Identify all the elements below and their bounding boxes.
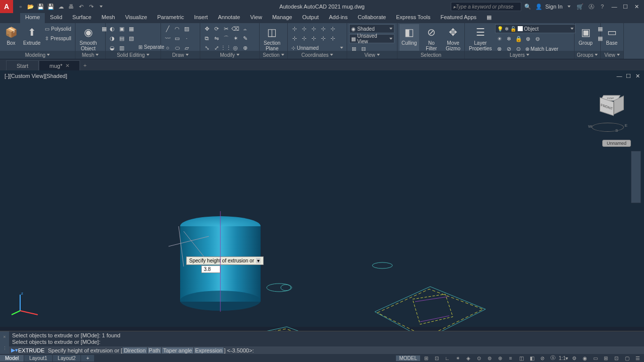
align-icon[interactable]: ⫠ <box>240 24 250 33</box>
file-tab-current[interactable]: mug*✕ <box>39 60 80 70</box>
status-ortho-icon[interactable]: ∟ <box>443 354 452 361</box>
modify-icon[interactable]: ✎ <box>240 34 250 43</box>
web-icon[interactable]: ☁ <box>56 2 65 11</box>
nav-orbit-icon[interactable] <box>632 183 639 192</box>
file-tab-start[interactable]: Start <box>6 60 39 70</box>
vp-maximize-icon[interactable]: ☐ <box>625 72 632 79</box>
status-osnap-icon[interactable]: ⊙ <box>474 354 484 361</box>
cmd-close-icon[interactable]: × <box>3 334 6 339</box>
saveas-icon[interactable]: 💾 <box>46 2 55 11</box>
search-icon[interactable]: 🔍 <box>523 2 532 11</box>
cmd-arrow-icon[interactable]: ▶ <box>11 347 15 353</box>
status-polar-icon[interactable]: ✶ <box>453 354 462 361</box>
ucs7-icon[interactable]: ⊹ <box>299 34 308 43</box>
status-snap-icon[interactable]: ⊡ <box>432 354 441 361</box>
open-icon[interactable]: 📂 <box>26 2 35 11</box>
redo-icon[interactable]: ↷ <box>87 2 96 11</box>
ucs5-icon[interactable]: ⊹ <box>328 24 337 33</box>
cart-icon[interactable]: 🛒 <box>576 2 585 11</box>
hatch-icon[interactable]: ▨ <box>182 24 191 33</box>
subtract-icon[interactable]: ◑ <box>108 34 117 43</box>
status-qp-icon[interactable]: ◧ <box>527 354 536 361</box>
erase-icon[interactable]: ⌫ <box>231 24 240 33</box>
cmd-option-path[interactable]: Path <box>148 347 162 353</box>
layer5-icon[interactable]: ⊖ <box>533 34 542 43</box>
add-tab-button[interactable]: + <box>80 60 90 70</box>
panel-label-mesh[interactable]: Mesh <box>75 51 105 59</box>
nav-showmotion-icon[interactable] <box>632 193 639 202</box>
layout-tab-2[interactable]: Layout2 <box>53 355 82 361</box>
status-am-icon[interactable]: ▭ <box>591 354 600 361</box>
status-3dosnap-icon[interactable]: ⊚ <box>485 354 494 361</box>
viewport[interactable]: [-][Custom View][Shaded] — ☐ ✕ TOP FRONT… <box>0 70 644 327</box>
ucs6-icon[interactable]: ⊹ <box>290 34 299 43</box>
layer1-icon[interactable]: ☀ <box>495 34 504 43</box>
solidedit-icon[interactable]: ▣ <box>117 24 126 33</box>
move-icon[interactable]: ✥ <box>202 24 211 33</box>
tab-addins[interactable]: Add-ins <box>324 13 353 23</box>
rotate-icon[interactable]: ⟳ <box>212 24 221 33</box>
ucs10-icon[interactable]: ⊹ <box>328 34 337 43</box>
nav-zoom-icon[interactable] <box>632 172 639 182</box>
dynamic-input-dropdown-icon[interactable]: ▾ <box>256 258 261 263</box>
ucs3-icon[interactable]: ⊹ <box>309 24 318 33</box>
tab-surface[interactable]: Surface <box>67 13 97 23</box>
panel-label-layers[interactable]: Layers <box>465 51 574 59</box>
viewport-label[interactable]: [-][Custom View][Shaded] <box>3 72 69 79</box>
new-icon[interactable]: ▫ <box>16 2 25 11</box>
tab-visualize[interactable]: Visualize <box>120 13 152 23</box>
mirror-icon[interactable]: ⇋ <box>212 34 221 43</box>
qat-more-icon[interactable] <box>97 2 106 11</box>
tab-output[interactable]: Output <box>297 13 324 23</box>
navigation-bar[interactable] <box>631 151 641 203</box>
viewcube-compass[interactable]: W E S <box>592 123 624 132</box>
fillet-icon[interactable]: ⌒ <box>221 34 230 43</box>
solidedit4-icon[interactable]: ▦ <box>127 24 136 33</box>
status-lwt-icon[interactable]: ≡ <box>506 354 515 361</box>
command-line[interactable]: ▶ ▾ EXTRUDE Specify height of extrusion … <box>9 346 644 354</box>
maximize-button[interactable]: ☐ <box>620 2 631 11</box>
ucs4-icon[interactable]: ⊹ <box>318 24 328 33</box>
status-grid-icon[interactable]: ⊞ <box>422 354 431 361</box>
status-tr-icon[interactable]: ◫ <box>517 354 526 361</box>
tab-collaborate[interactable]: Collaborate <box>353 13 391 23</box>
ucs2-icon[interactable]: ⊹ <box>299 24 308 33</box>
panel-label-view[interactable]: View <box>347 51 397 59</box>
app-logo[interactable]: A <box>0 0 13 13</box>
layout-tab-1[interactable]: Layout1 <box>24 355 53 361</box>
solidedit2-icon[interactable]: ▤ <box>117 34 126 43</box>
tab-solid[interactable]: Solid <box>45 13 67 23</box>
undo-icon[interactable]: ↶ <box>76 2 86 11</box>
point-icon[interactable]: · <box>182 34 191 43</box>
vp-close-icon[interactable]: ✕ <box>634 72 641 79</box>
tab-home[interactable]: Home <box>20 13 45 23</box>
cmd-option-taper[interactable]: Taper angle <box>162 347 193 353</box>
status-dyn-icon[interactable]: ⊕ <box>496 354 505 361</box>
ucs-icon[interactable]: ⊹ <box>290 24 299 33</box>
layout-tab-model[interactable]: Model <box>0 355 24 361</box>
ucs9-icon[interactable]: ⊹ <box>318 34 328 43</box>
ucs8-icon[interactable]: ⊹ <box>309 34 318 43</box>
status-model-badge[interactable]: MODEL <box>396 355 420 361</box>
command-window[interactable]: ×⋮ Select objects to extrude or [MOde]: … <box>0 331 644 354</box>
tab-featured[interactable]: Featured Apps <box>436 13 482 23</box>
ucs-icon-viewport[interactable]: z <box>10 291 40 317</box>
tab-insert[interactable]: Insert <box>189 13 213 23</box>
trim-icon[interactable]: ✂ <box>221 24 230 33</box>
status-ws-icon[interactable]: ◉ <box>580 354 589 361</box>
nav-pan-icon[interactable] <box>632 162 639 171</box>
layer4-icon[interactable]: ⊕ <box>524 34 533 43</box>
polysolid-button[interactable]: ▭Polysolid <box>43 24 72 33</box>
copy-icon[interactable]: ⧉ <box>202 34 211 43</box>
plot-icon[interactable]: 🖶 <box>66 2 75 11</box>
user-icon[interactable]: 👤 <box>534 2 543 11</box>
line-icon[interactable]: ╱ <box>163 24 172 33</box>
status-sc-icon[interactable]: ⊘ <box>538 354 547 361</box>
viewcube[interactable]: TOP FRONT W E S <box>589 90 629 131</box>
help-search-input[interactable]: ▸ Type a keyword or phrase <box>451 2 521 11</box>
tab-parametric[interactable]: Parametric <box>152 13 189 23</box>
panel-label-coordinates[interactable]: Coordinates <box>288 51 347 59</box>
help-icon[interactable]: ? <box>598 2 607 11</box>
explode-icon[interactable]: ✶ <box>231 34 240 43</box>
visual-style-dropdown[interactable]: ◉Shaded <box>349 24 394 33</box>
